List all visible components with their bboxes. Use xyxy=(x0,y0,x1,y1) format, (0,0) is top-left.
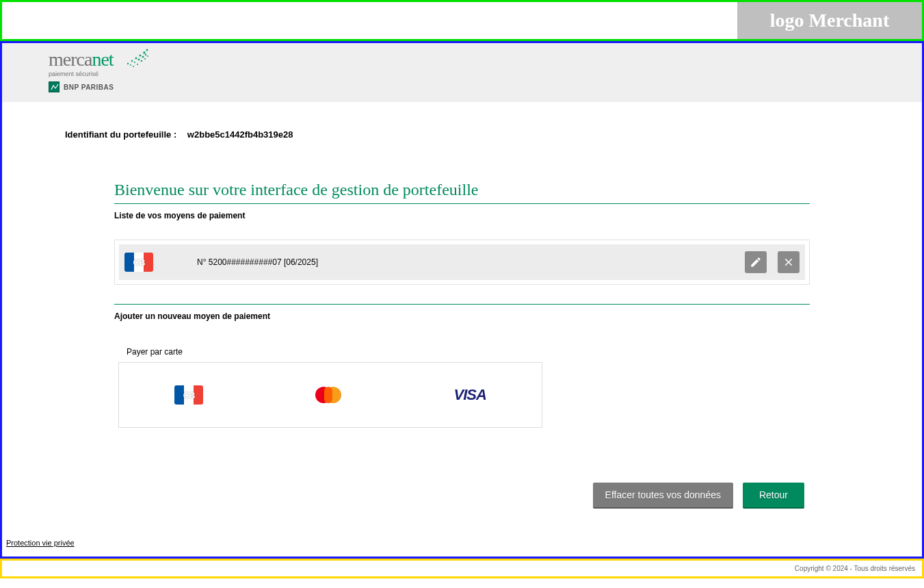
svg-point-14 xyxy=(144,58,146,60)
delete-card-button[interactable] xyxy=(778,251,800,273)
svg-point-1 xyxy=(131,60,133,62)
brand-accent: net xyxy=(92,49,113,70)
wallet-id-row: Identifiant du portefeuille : w2bbe5c144… xyxy=(2,129,922,140)
content-wrap: Identifiant du portefeuille : w2bbe5c144… xyxy=(2,102,922,557)
svg-point-3 xyxy=(139,54,141,56)
pencil-icon xyxy=(750,256,762,268)
back-button[interactable]: Retour xyxy=(743,483,804,509)
svg-point-2 xyxy=(135,57,137,60)
svg-point-11 xyxy=(133,66,134,67)
mercanet-logo: mercanet paiement sécurisé BNP PARIBAS xyxy=(49,50,151,92)
svg-point-5 xyxy=(146,49,148,51)
header-bar: mercanet paiement sécurisé BNP PARIBAS xyxy=(2,43,922,102)
wallet-id-label: Identifiant du portefeuille : xyxy=(65,129,176,140)
erase-data-button[interactable]: Effacer toutes vos données xyxy=(593,483,733,509)
svg-point-10 xyxy=(145,54,146,55)
bank-name: BNP PARIBAS xyxy=(64,84,114,91)
inner-content: Bienvenue sur votre interface de gestion… xyxy=(2,181,922,509)
footer: Copyright © 2024 - Tous droits réservés xyxy=(0,559,924,578)
close-icon xyxy=(782,256,795,268)
svg-point-13 xyxy=(141,60,143,62)
card-list: CB N° 5200##########07 [06/2025] xyxy=(114,240,810,285)
svg-point-7 xyxy=(134,62,135,63)
mid-divider xyxy=(114,304,810,305)
main-content-area: mercanet paiement sécurisé BNP PARIBAS I… xyxy=(0,41,924,559)
svg-point-8 xyxy=(138,59,140,61)
copyright-text: Copyright © 2024 - Tous droits réservés xyxy=(795,565,915,572)
title-divider xyxy=(114,203,810,204)
svg-point-0 xyxy=(127,63,129,64)
svg-point-12 xyxy=(137,64,138,65)
button-row: Effacer toutes vos données Retour xyxy=(114,483,810,509)
page-title: Bienvenue sur votre interface de gestion… xyxy=(114,181,810,199)
cb-card-icon: CB xyxy=(124,253,153,272)
mastercard-payment-option[interactable] xyxy=(314,385,343,405)
visa-payment-option[interactable]: VISA xyxy=(454,386,486,404)
merchant-logo: logo Merchant xyxy=(737,2,922,39)
edit-card-button[interactable] xyxy=(745,251,767,273)
list-heading: Liste de vos moyens de paiement xyxy=(114,211,810,220)
card-masked-number: N° 5200##########07 [06/2025] xyxy=(164,257,734,267)
wallet-id-value: w2bbe5c1442fb4b319e28 xyxy=(187,129,293,140)
pay-by-card-label: Payer par carte xyxy=(127,347,810,357)
top-banner: logo Merchant xyxy=(0,0,924,41)
svg-point-9 xyxy=(142,56,144,58)
brand-main: merca xyxy=(49,49,92,70)
cb-payment-option[interactable]: CB xyxy=(174,385,203,405)
bank-row: BNP PARIBAS xyxy=(49,81,151,92)
brand-subtitle: paiement sécurisé xyxy=(49,71,151,77)
card-row: CB N° 5200##########07 [06/2025] xyxy=(119,244,805,280)
privacy-link[interactable]: Protection vie privée xyxy=(2,539,75,550)
svg-point-4 xyxy=(143,51,146,54)
dots-decoration-icon xyxy=(124,46,151,69)
payment-options: CB VISA xyxy=(118,362,542,428)
add-heading: Ajouter un nouveau moyen de paiement xyxy=(114,311,810,321)
svg-point-6 xyxy=(130,64,131,66)
bnp-icon xyxy=(49,81,60,92)
svg-point-15 xyxy=(147,55,148,57)
